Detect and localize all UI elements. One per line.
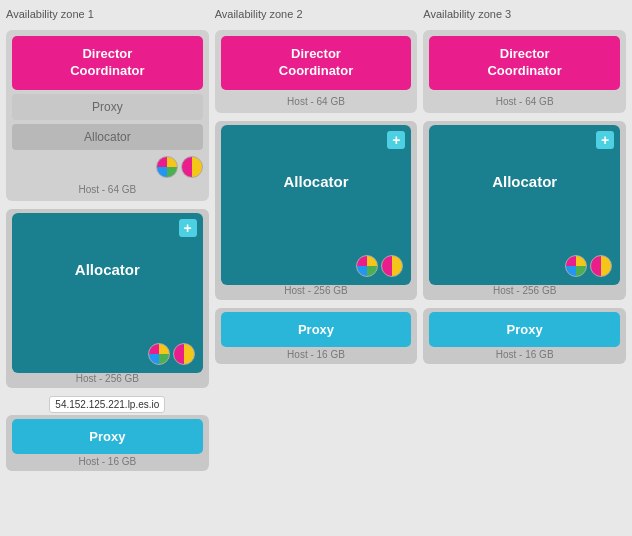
flag-icon-3[interactable] bbox=[381, 255, 403, 277]
zone-1-allocator-card: + Allocator bbox=[12, 213, 203, 373]
pie-icon-3[interactable] bbox=[356, 255, 378, 277]
zone-3-plus-button[interactable]: + bbox=[596, 131, 614, 149]
zone-1-host-card-label: Host - 64 GB bbox=[12, 184, 203, 195]
zone-1-proxy-card-wrap: Proxy Host - 16 GB bbox=[6, 415, 209, 471]
zone-3-proxy-host-label: Host - 16 GB bbox=[429, 349, 620, 360]
zone-2-allocator-label: Allocator bbox=[229, 173, 404, 255]
zone-2-proxy-card-wrap: Proxy Host - 16 GB bbox=[215, 308, 418, 364]
zone-1-allocator-label: Allocator bbox=[20, 261, 195, 343]
zone-1-plus-button[interactable]: + bbox=[179, 219, 197, 237]
pie-icon[interactable] bbox=[156, 156, 178, 178]
zone-1-proxy-inner: Proxy bbox=[12, 94, 203, 120]
zone-2-host-card: DirectorCoordinator Host - 64 GB bbox=[215, 30, 418, 113]
zone-1-icons-row bbox=[12, 156, 203, 178]
zone-3-proxy-card-wrap: Proxy Host - 16 GB bbox=[423, 308, 626, 364]
zone-1-allocator-wrap: + Allocator Host - 256 GB bbox=[6, 209, 209, 388]
zone-3-allocator-host-label: Host - 256 GB bbox=[429, 285, 620, 296]
zone-3-proxy-card[interactable]: Proxy bbox=[429, 312, 620, 347]
zone-2-proxy-host-label: Host - 16 GB bbox=[221, 349, 412, 360]
zone-3-director: DirectorCoordinator bbox=[429, 36, 620, 90]
zone-2-host-card-label: Host - 64 GB bbox=[221, 96, 412, 107]
zone-2-label: Availability zone 2 bbox=[215, 8, 418, 22]
zones-container: Availability zone 1 DirectorCoordinator … bbox=[0, 0, 632, 536]
zone-2: Availability zone 2 DirectorCoordinator … bbox=[215, 8, 418, 528]
zone-1: Availability zone 1 DirectorCoordinator … bbox=[6, 8, 209, 528]
zone-1-proxy-card[interactable]: Proxy bbox=[12, 419, 203, 454]
zone-1-proxy-bottom-wrap: 54.152.125.221.lp.es.io Proxy Host - 16 … bbox=[6, 396, 209, 471]
zone-3-host-card-label: Host - 64 GB bbox=[429, 96, 620, 107]
zone-3-label: Availability zone 3 bbox=[423, 8, 626, 22]
zone-1-ip-tooltip: 54.152.125.221.lp.es.io bbox=[49, 396, 165, 413]
zone-1-allocator-inner: Allocator bbox=[12, 124, 203, 150]
zone-2-proxy-card[interactable]: Proxy bbox=[221, 312, 412, 347]
zone-1-label: Availability zone 1 bbox=[6, 8, 209, 22]
zone-3-allocator-wrap: + Allocator Host - 256 GB bbox=[423, 121, 626, 300]
zone-2-plus-button[interactable]: + bbox=[387, 131, 405, 149]
zone-2-director: DirectorCoordinator bbox=[221, 36, 412, 90]
zone-2-allocator-wrap: + Allocator Host - 256 GB bbox=[215, 121, 418, 300]
zone-3: Availability zone 3 DirectorCoordinator … bbox=[423, 8, 626, 528]
flag-icon[interactable] bbox=[181, 156, 203, 178]
zone-3-allocator-label: Allocator bbox=[437, 173, 612, 255]
zone-3-allocator-card: + Allocator bbox=[429, 125, 620, 285]
zone-1-allocator-icons bbox=[20, 343, 195, 365]
zone-1-allocator-host-label: Host - 256 GB bbox=[12, 373, 203, 384]
pie-icon-4[interactable] bbox=[565, 255, 587, 277]
zone-1-host-card: DirectorCoordinator Proxy Allocator Host… bbox=[6, 30, 209, 201]
zone-2-allocator-host-label: Host - 256 GB bbox=[221, 285, 412, 296]
zone-1-director: DirectorCoordinator bbox=[12, 36, 203, 90]
zone-1-proxy-host-label: Host - 16 GB bbox=[12, 456, 203, 467]
zone-2-allocator-icons bbox=[229, 255, 404, 277]
zone-3-allocator-icons bbox=[437, 255, 612, 277]
flag-icon-2[interactable] bbox=[173, 343, 195, 365]
pie-icon-2[interactable] bbox=[148, 343, 170, 365]
zone-3-host-card: DirectorCoordinator Host - 64 GB bbox=[423, 30, 626, 113]
zone-2-allocator-card: + Allocator bbox=[221, 125, 412, 285]
flag-icon-4[interactable] bbox=[590, 255, 612, 277]
